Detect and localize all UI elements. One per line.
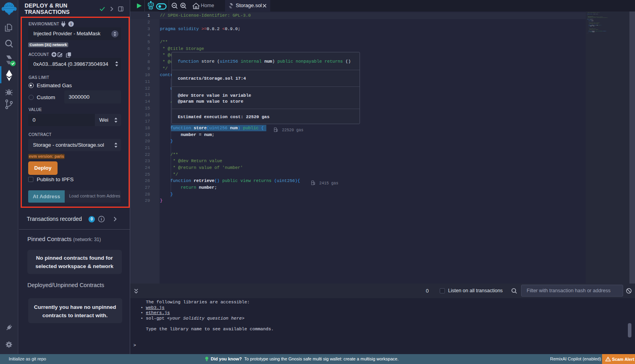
svg-text:i: i [101, 217, 102, 221]
